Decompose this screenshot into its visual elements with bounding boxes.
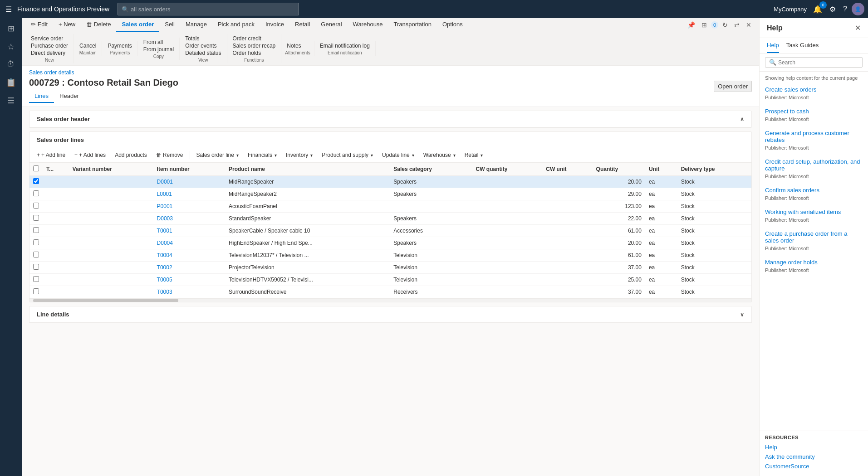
cancel-btn[interactable]: Cancel	[78, 42, 98, 49]
row-checkbox[interactable]	[33, 178, 39, 184]
ribbon-tab-transportation[interactable]: Transportation	[388, 18, 437, 32]
row-checkbox[interactable]	[33, 190, 39, 196]
notif-icon[interactable]: 0	[711, 21, 718, 29]
row-check[interactable]	[29, 249, 43, 262]
direct-delivery-btn[interactable]: Direct delivery	[29, 49, 70, 57]
from-journal-btn[interactable]: From journal	[142, 46, 176, 53]
product-supply-dropdown[interactable]: Product and supply	[318, 151, 377, 160]
ribbon-tab-retail[interactable]: Retail	[289, 18, 315, 32]
row-item[interactable]: P0001	[153, 200, 225, 213]
tab-header[interactable]: Header	[54, 90, 84, 103]
pin-icon[interactable]: 📌	[685, 20, 697, 30]
global-search[interactable]: 🔍	[118, 3, 299, 15]
table-row[interactable]: D0003 StandardSpeaker Speakers 22.00 ea …	[29, 213, 751, 225]
ribbon-tab-invoice[interactable]: Invoice	[260, 18, 289, 32]
sidebar-favorites[interactable]: ☆	[0, 38, 22, 55]
help-item-link[interactable]: Manage order holds	[765, 259, 863, 266]
row-check[interactable]	[29, 237, 43, 249]
help-resource-link[interactable]: CustomerSource	[765, 463, 863, 470]
ribbon-tab-new[interactable]: + New	[53, 18, 81, 32]
help-item-link[interactable]: Create sales orders	[765, 86, 863, 93]
table-row[interactable]: T0005 TelevisionHDTVX59052 / Televisi...…	[29, 274, 751, 286]
retail-dropdown[interactable]: Retail	[461, 151, 487, 160]
row-item[interactable]: D0003	[153, 213, 225, 225]
open-order-button[interactable]: Open order	[714, 81, 752, 92]
help-item-link[interactable]: Generate and process customer rebates	[765, 130, 863, 143]
settings-button[interactable]: ⚙	[827, 3, 839, 15]
row-checkbox[interactable]	[33, 203, 39, 209]
help-tab-task-guides[interactable]: Task Guides	[786, 38, 819, 53]
table-row[interactable]: P0001 AcousticFoamPanel 123.00 ea Stock	[29, 200, 751, 213]
totals-btn[interactable]: Totals	[183, 35, 223, 42]
warehouse-dropdown[interactable]: Warehouse	[420, 151, 459, 160]
table-row[interactable]: T0003 SurroundSoundReceive Receivers 37.…	[29, 286, 751, 298]
inventory-dropdown[interactable]: Inventory	[282, 151, 316, 160]
row-check[interactable]	[29, 176, 43, 188]
table-row[interactable]: D0004 HighEndSpeaker / High End Spe... S…	[29, 237, 751, 249]
add-line-button[interactable]: + + Add line	[33, 151, 69, 160]
avatar[interactable]: 👤	[852, 3, 864, 15]
breadcrumb[interactable]: Sales order details	[29, 69, 178, 76]
select-all-checkbox[interactable]	[33, 165, 39, 171]
search-input[interactable]	[131, 6, 295, 13]
expand-icon[interactable]: ⊞	[699, 20, 709, 30]
order-credit-btn[interactable]: Order credit	[231, 35, 278, 42]
table-row[interactable]: T0004 TelevisionM12037* / Television ...…	[29, 249, 751, 262]
row-item[interactable]: L0001	[153, 188, 225, 200]
row-check[interactable]	[29, 274, 43, 286]
help-search-input[interactable]	[778, 59, 858, 66]
hamburger-menu[interactable]: ☰	[4, 3, 14, 15]
ribbon-tab-options[interactable]: Options	[437, 18, 468, 32]
ribbon-tab-delete[interactable]: 🗑 Delete	[81, 18, 116, 32]
sidebar-modules[interactable]: ☰	[0, 92, 22, 109]
ribbon-tab-sell[interactable]: Sell	[159, 18, 180, 32]
email-notification-log-btn[interactable]: Email notification log	[318, 42, 372, 49]
sales-order-header-toggle[interactable]: Sales order header ∧	[29, 111, 751, 127]
add-lines-button[interactable]: + + Add lines	[71, 151, 109, 160]
help-resource-link[interactable]: Help	[765, 444, 863, 451]
table-row[interactable]: D0001 MidRangeSpeaker Speakers 20.00 ea …	[29, 176, 751, 188]
row-checkbox[interactable]	[33, 252, 39, 257]
order-events-btn[interactable]: Order events	[183, 42, 223, 49]
help-item-link[interactable]: Credit card setup, authorization, and ca…	[765, 158, 863, 172]
row-checkbox[interactable]	[33, 288, 39, 294]
row-item[interactable]: T0004	[153, 249, 225, 262]
row-check[interactable]	[29, 262, 43, 274]
help-item-link[interactable]: Prospect to cash	[765, 108, 863, 115]
row-checkbox[interactable]	[33, 264, 39, 270]
row-check[interactable]	[29, 188, 43, 200]
ribbon-tab-edit[interactable]: ✏ Edit	[25, 18, 53, 32]
ribbon-tab-pick-pack[interactable]: Pick and pack	[212, 18, 260, 32]
close-ribbon-icon[interactable]: ✕	[744, 20, 754, 30]
table-row[interactable]: T0001 SpeakerCable / Speaker cable 10 Ac…	[29, 225, 751, 237]
update-line-dropdown[interactable]: Update line	[378, 151, 418, 160]
row-item[interactable]: D0004	[153, 237, 225, 249]
row-check[interactable]	[29, 286, 43, 298]
help-tab-help[interactable]: Help	[767, 38, 779, 53]
tab-lines[interactable]: Lines	[29, 90, 54, 103]
horizontal-scrollbar[interactable]	[29, 298, 751, 302]
ribbon-tab-warehouse[interactable]: Warehouse	[348, 18, 388, 32]
help-button[interactable]: ?	[840, 3, 850, 15]
ribbon-tab-sales-order[interactable]: Sales order	[116, 18, 159, 32]
table-row[interactable]: L0001 MidRangeSpeaker2 Speakers 29.00 ea…	[29, 188, 751, 200]
remove-button[interactable]: 🗑 Remove	[152, 151, 187, 160]
order-holds-btn[interactable]: Order holds	[231, 49, 278, 57]
help-item-link[interactable]: Confirm sales orders	[765, 187, 863, 194]
detailed-status-btn[interactable]: Detailed status	[183, 49, 223, 57]
ribbon-tab-general[interactable]: General	[315, 18, 347, 32]
row-check[interactable]	[29, 225, 43, 237]
sales-order-recap-btn[interactable]: Sales order recap	[231, 42, 278, 49]
row-checkbox[interactable]	[33, 239, 39, 245]
line-details-toggle[interactable]: Line details ∨	[29, 306, 751, 323]
table-row[interactable]: T0002 ProjectorTelevision Television 37.…	[29, 262, 751, 274]
from-all-btn[interactable]: From all	[142, 39, 176, 46]
row-item[interactable]: D0001	[153, 176, 225, 188]
sidebar-home[interactable]: ⊞	[0, 20, 22, 37]
row-checkbox[interactable]	[33, 215, 39, 221]
notes-btn[interactable]: Notes	[285, 42, 303, 49]
purchase-order-btn[interactable]: Purchase order	[29, 42, 70, 49]
row-item[interactable]: T0005	[153, 274, 225, 286]
row-check[interactable]	[29, 200, 43, 213]
sidebar-recent[interactable]: ⏱	[0, 56, 22, 73]
